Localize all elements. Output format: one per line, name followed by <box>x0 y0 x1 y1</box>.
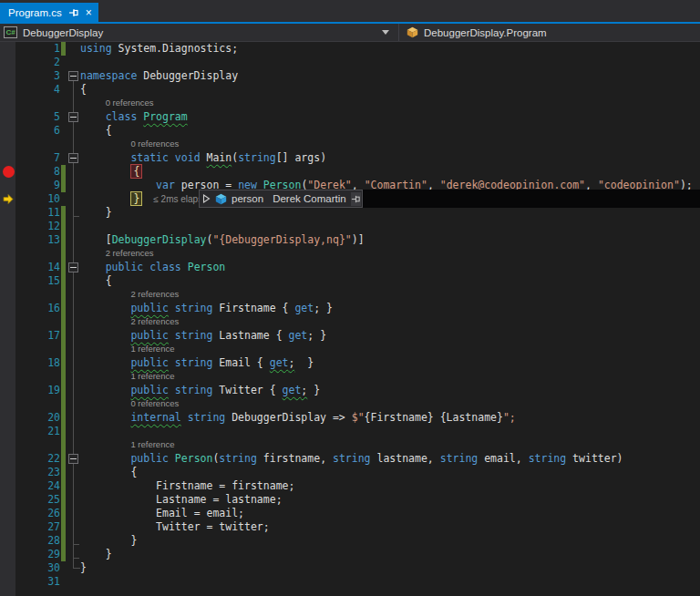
datatip-pin-icon[interactable] <box>351 192 361 206</box>
pin-icon[interactable] <box>68 7 79 18</box>
code-line[interactable]: 16public string Firstname { get; } <box>0 302 700 315</box>
code-line-text[interactable] <box>80 425 700 438</box>
breakpoint-margin[interactable] <box>0 315 15 329</box>
code-line[interactable]: 5class Program <box>0 110 700 124</box>
code-line-text[interactable]: { <box>80 83 700 97</box>
type-dropdown[interactable]: DebuggerDisplay.Program <box>399 24 700 41</box>
code-line-text[interactable]: { <box>80 274 700 288</box>
codelens-references-link[interactable]: 0 references <box>130 137 179 150</box>
breakpoint-margin[interactable] <box>0 561 15 575</box>
codelens-references-link[interactable]: 2 references <box>106 246 154 260</box>
code-line-text[interactable]: public string Twitter { get; } <box>80 384 700 397</box>
code-line-text[interactable]: using System.Diagnostics; <box>80 42 700 56</box>
breakpoint-margin[interactable] <box>0 138 15 151</box>
code-line[interactable]: 29} <box>0 548 700 561</box>
fold-collapse-icon[interactable] <box>68 112 78 122</box>
code-line[interactable]: 30} <box>0 561 700 575</box>
project-dropdown[interactable]: C# DebuggerDisplay <box>0 24 399 41</box>
code-line-text[interactable]: public string Firstname { get; } <box>80 302 700 315</box>
breakpoint-margin[interactable] <box>0 233 15 247</box>
breakpoint-margin[interactable] <box>0 466 15 479</box>
code-line-text[interactable]: } <box>80 206 700 220</box>
code-line-text[interactable]: { <box>80 124 700 138</box>
breakpoint-margin[interactable] <box>0 397 15 411</box>
code-line-text[interactable]: static void Main(string[] args) <box>80 151 700 165</box>
breakpoint-margin[interactable] <box>0 370 15 384</box>
breakpoint-margin[interactable] <box>0 274 15 288</box>
code-editor[interactable]: 1using System.Diagnostics;23namespace De… <box>0 42 700 596</box>
breakpoint-margin[interactable] <box>0 220 15 233</box>
tab-program-cs[interactable]: Program.cs × <box>0 3 98 22</box>
breakpoint-margin[interactable] <box>0 384 15 397</box>
code-line[interactable]: 26Email = email; <box>0 507 700 520</box>
code-line[interactable]: 6{ <box>0 124 700 138</box>
breakpoint-margin[interactable] <box>0 288 15 302</box>
code-line-text[interactable]: Lastname = lastname; <box>80 493 700 507</box>
code-line-text[interactable] <box>80 56 700 69</box>
code-line[interactable]: 28} <box>0 534 700 548</box>
breakpoint-margin[interactable] <box>0 329 15 343</box>
code-line[interactable]: 18public string Email { get; } <box>0 356 700 370</box>
breakpoint-margin[interactable] <box>0 151 15 165</box>
breakpoint-margin[interactable] <box>0 247 15 261</box>
code-line[interactable]: 20internal string DebuggerDisplay => $"{… <box>0 411 700 425</box>
fold-collapse-icon[interactable] <box>68 454 78 464</box>
codelens-references-link[interactable]: 2 references <box>130 314 179 328</box>
code-line[interactable]: 3namespace DebuggerDisplay <box>0 69 700 83</box>
code-line-text[interactable]: }≤ 2ms elapsedpersonDerek Comartin <box>80 192 700 206</box>
breakpoint-margin[interactable] <box>0 548 15 561</box>
code-line-text[interactable]: namespace DebuggerDisplay <box>80 69 700 83</box>
breakpoint-margin[interactable] <box>0 575 15 589</box>
code-line-text[interactable] <box>80 575 700 589</box>
code-line[interactable]: 10}≤ 2ms elapsedpersonDerek Comartin <box>0 192 700 206</box>
code-line[interactable]: 14public class Person <box>0 261 700 274</box>
code-line[interactable]: 22public Person(string firstname, string… <box>0 452 700 466</box>
code-line-text[interactable]: } <box>80 534 700 548</box>
fold-collapse-icon[interactable] <box>68 153 78 163</box>
breakpoint-margin[interactable] <box>0 479 15 493</box>
code-line[interactable]: 25Lastname = lastname; <box>0 493 700 507</box>
breakpoint-icon[interactable] <box>3 166 15 178</box>
expander-icon[interactable] <box>202 194 211 203</box>
code-line-text[interactable]: [DebuggerDisplay("{DebuggerDisplay,nq}")… <box>80 233 700 247</box>
code-line[interactable]: 7static void Main(string[] args) <box>0 151 700 165</box>
code-line-text[interactable]: Email = email; <box>80 507 700 520</box>
code-line-text[interactable]: public string Lastname { get; } <box>80 329 700 343</box>
close-icon[interactable]: × <box>86 7 92 18</box>
breakpoint-margin[interactable] <box>0 42 15 56</box>
breakpoint-margin[interactable] <box>0 261 15 274</box>
breakpoint-margin[interactable] <box>0 206 15 220</box>
code-line-text[interactable]: public class Person <box>80 261 700 274</box>
code-line[interactable]: 15{ <box>0 274 700 288</box>
code-line[interactable]: 27Twitter = twitter; <box>0 520 700 534</box>
breakpoint-margin[interactable] <box>0 124 15 138</box>
breakpoint-margin[interactable] <box>0 69 15 83</box>
code-line[interactable]: 21 <box>0 425 700 438</box>
code-line-text[interactable]: } <box>80 548 700 561</box>
breakpoint-margin[interactable] <box>0 110 15 124</box>
codelens-references-link[interactable]: 0 references <box>130 396 179 410</box>
codelens-references-link[interactable]: 1 reference <box>130 437 174 451</box>
code-line[interactable]: 2 <box>0 56 700 69</box>
breakpoint-margin[interactable] <box>0 507 15 520</box>
breakpoint-margin[interactable] <box>0 493 15 507</box>
code-line[interactable]: 12 <box>0 220 700 233</box>
code-line-text[interactable] <box>80 220 700 233</box>
code-line[interactable]: 24Firstname = firstname; <box>0 479 700 493</box>
breakpoint-margin[interactable] <box>0 425 15 438</box>
code-line-text[interactable]: } <box>80 561 700 575</box>
breakpoint-margin[interactable] <box>0 97 15 110</box>
code-line-text[interactable]: internal string DebuggerDisplay => $"{Fi… <box>80 411 700 425</box>
code-line-text[interactable]: Firstname = firstname; <box>80 479 700 493</box>
breakpoint-margin[interactable] <box>0 520 15 534</box>
breakpoint-margin[interactable] <box>0 343 15 356</box>
code-line[interactable]: 1using System.Diagnostics; <box>0 42 700 56</box>
code-line-text[interactable]: class Program <box>80 110 700 124</box>
codelens-references-link[interactable]: 2 references <box>130 287 179 301</box>
breakpoint-margin[interactable] <box>0 411 15 425</box>
code-line[interactable]: 17public string Lastname { get; } <box>0 329 700 343</box>
code-line[interactable]: 8{ <box>0 165 700 179</box>
datatip[interactable]: personDerek Comartin <box>199 190 363 208</box>
code-line-text[interactable]: public Person(string firstname, string l… <box>80 452 700 466</box>
chevron-down-icon[interactable] <box>382 30 389 35</box>
